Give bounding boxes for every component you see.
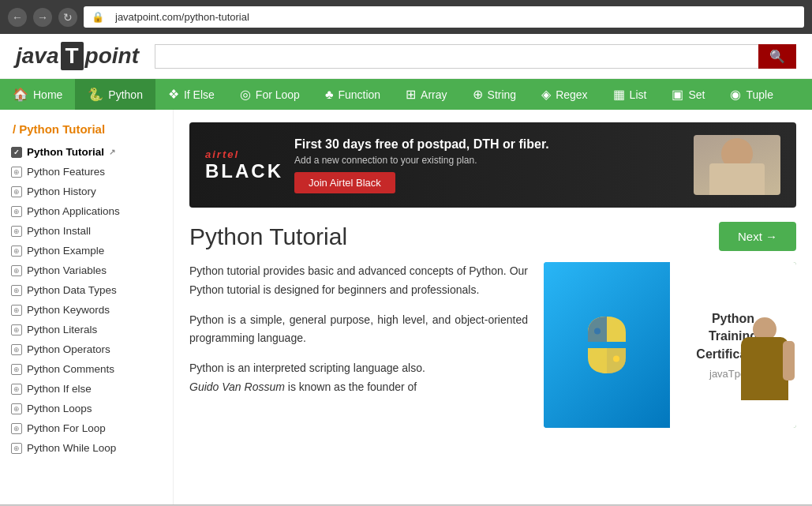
sidebar-bullet: ⊕ (11, 285, 22, 296)
sidebar-item-forloop[interactable]: ⊕ Python For Loop (0, 418, 173, 438)
ad-text: First 30 days free of postpad, DTH or fi… (294, 137, 549, 193)
browser-chrome: ← → ↻ 🔒 (0, 0, 812, 34)
sidebar-item-operators[interactable]: ⊕ Python Operators (0, 339, 173, 359)
sidebar-bullet: ⊕ (11, 246, 22, 257)
nav-regex[interactable]: ◈ Regex (529, 79, 600, 110)
sidebar-item-ifelse[interactable]: ⊕ Python If else (0, 379, 173, 399)
airtel-brand: airtel BLACK (205, 148, 283, 182)
site-logo[interactable]: java T point (16, 42, 139, 70)
sidebar-bullet: ⊕ (11, 206, 22, 217)
sidebar-item-example[interactable]: ⊕ Python Example (0, 241, 173, 260)
ad-left: airtel BLACK First 30 days free of postp… (205, 137, 549, 193)
ad-right-image (694, 135, 780, 195)
string-icon: ⊕ (473, 87, 483, 102)
sidebar-item-whileloop[interactable]: ⊕ Python While Loop (0, 438, 173, 458)
text-column: Python tutorial provides basic and advan… (189, 262, 528, 408)
cert-inner: PythonTrainingCertification javaTpoint (544, 262, 796, 428)
sidebar-bullet: ⊕ (11, 265, 22, 276)
list-icon: ▦ (613, 87, 625, 102)
ad-banner: airtel BLACK First 30 days free of postp… (189, 122, 796, 208)
tuple-icon: ◉ (730, 87, 741, 102)
nav-python[interactable]: 🐍 Python (75, 79, 155, 110)
sidebar-title: Python Tutorial (0, 118, 173, 142)
sidebar-item-keywords[interactable]: ⊕ Python Keywords (0, 300, 173, 320)
sidebar-bullet: ⊕ (11, 423, 22, 434)
nav-tuple[interactable]: ◉ Tuple (717, 79, 786, 110)
content-columns: Python tutorial provides basic and advan… (189, 262, 796, 428)
nav-forloop[interactable]: ◎ For Loop (227, 79, 312, 110)
regex-icon: ◈ (541, 87, 551, 102)
nav-array[interactable]: ⊞ Array (393, 79, 459, 110)
nav-home[interactable]: 🏠 Home (0, 79, 75, 110)
para3: Python is an interpreted scripting langu… (189, 359, 528, 397)
sidebar-bullet: ⊕ (11, 324, 22, 335)
para1: Python tutorial provides basic and advan… (189, 262, 528, 300)
nav-set[interactable]: ▣ Set (659, 79, 717, 110)
sidebar-item-variables[interactable]: ⊕ Python Variables (0, 260, 173, 280)
home-icon: 🏠 (13, 87, 28, 102)
sidebar-bullet: ⊕ (11, 226, 22, 237)
sidebar-bullet: ⊕ (11, 305, 22, 316)
function-icon: ♣ (325, 88, 334, 102)
sidebar-bullet: ⊕ (11, 364, 22, 375)
sidebar-item-loops[interactable]: ⊕ Python Loops (0, 399, 173, 418)
array-icon: ⊞ (406, 87, 416, 102)
nav-list[interactable]: ▦ List (601, 79, 660, 110)
next-button[interactable]: Next → (719, 222, 796, 251)
cert-right-panel: PythonTrainingCertification javaTpoint (670, 262, 796, 428)
sidebar-bullet: ⊕ (11, 186, 22, 197)
logo-suffix: point (85, 43, 139, 69)
ad-headline: First 30 days free of postpad, DTH or fi… (294, 137, 549, 152)
address-bar[interactable] (107, 8, 796, 26)
sidebar-item-features[interactable]: ⊕ Python Features (0, 162, 173, 182)
python-svg-logo (575, 313, 638, 377)
sidebar-bullet: ✓ (11, 147, 22, 158)
nav-string[interactable]: ⊕ String (460, 79, 529, 110)
refresh-button[interactable]: ↻ (58, 8, 77, 27)
nav-ifelse[interactable]: ❖ If Else (155, 79, 227, 110)
content-area: airtel BLACK First 30 days free of postp… (174, 110, 812, 504)
para2: Python is a simple, general purpose, hig… (189, 311, 528, 349)
sidebar-item-comments[interactable]: ⊕ Python Comments (0, 359, 173, 379)
site-header: java T point 🔍 (0, 34, 812, 79)
sidebar-bullet: ⊕ (11, 443, 22, 454)
forward-button[interactable]: → (33, 8, 52, 27)
python-nav-icon: 🐍 (88, 87, 103, 102)
sidebar-item-install[interactable]: ⊕ Python Install (0, 221, 173, 241)
page-title: Python Tutorial (189, 223, 347, 250)
forloop-icon: ◎ (240, 87, 251, 102)
sidebar-item-history[interactable]: ⊕ Python History (0, 182, 173, 201)
sidebar-bullet: ⊕ (11, 384, 22, 395)
search-button[interactable]: 🔍 (758, 44, 796, 69)
sidebar-item-datatypes[interactable]: ⊕ Python Data Types (0, 280, 173, 300)
set-icon: ▣ (672, 87, 683, 102)
external-link-icon: ↗ (109, 148, 115, 156)
ad-sub: Add a new connection to your existing pl… (294, 155, 549, 166)
main-layout: Python Tutorial ✓ Python Tutorial ↗ ⊕ Py… (0, 110, 812, 504)
airtel-logo: airtel BLACK (205, 148, 283, 182)
sidebar-bullet: ⊕ (11, 344, 22, 355)
search-input[interactable] (155, 44, 758, 69)
search-bar: 🔍 (155, 44, 796, 69)
sidebar-item-literals[interactable]: ⊕ Python Literals (0, 320, 173, 339)
ad-cta-button[interactable]: Join Airtel Black (294, 172, 395, 193)
back-button[interactable]: ← (8, 8, 27, 27)
sidebar-bullet: ⊕ (11, 167, 22, 178)
sidebar-item-tutorial[interactable]: ✓ Python Tutorial ↗ (0, 142, 173, 162)
sidebar-bullet: ⊕ (11, 403, 22, 414)
nav-function[interactable]: ♣ Function (312, 79, 393, 110)
page-header-row: Python Tutorial Next → (189, 222, 796, 251)
cert-image: PythonTrainingCertification javaTpoint (544, 262, 796, 428)
ifelse-icon: ❖ (168, 87, 179, 102)
sidebar-item-applications[interactable]: ⊕ Python Applications (0, 201, 173, 221)
logo-t: T (61, 42, 84, 70)
cert-blue-panel (544, 262, 670, 428)
nav-bar: 🏠 Home 🐍 Python ❖ If Else ◎ For Loop ♣ F… (0, 79, 812, 110)
lock-icon: 🔒 (92, 11, 104, 23)
logo-prefix: java (16, 43, 59, 69)
guido-name: Guido Van Rossum (189, 380, 285, 393)
sidebar: Python Tutorial ✓ Python Tutorial ↗ ⊕ Py… (0, 110, 174, 504)
